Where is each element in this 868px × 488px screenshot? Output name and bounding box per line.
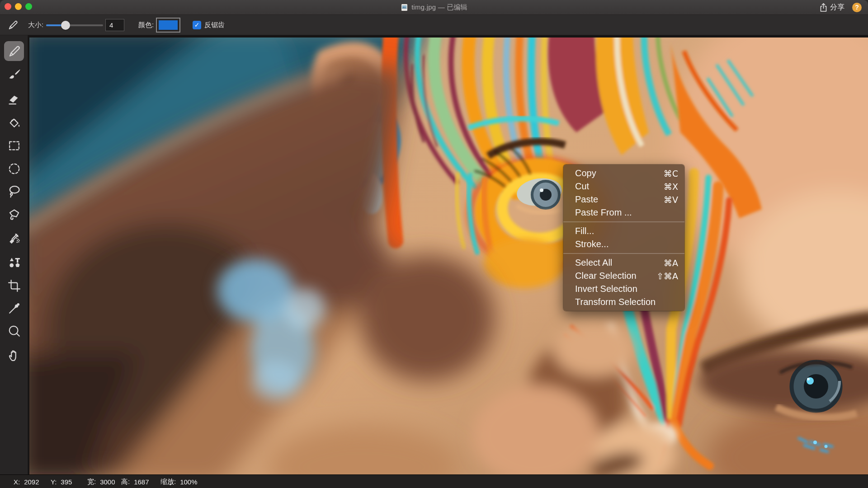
size-slider[interactable] — [46, 24, 103, 26]
antialias-checkbox[interactable]: ✓ — [193, 21, 201, 29]
fill-bucket-icon — [7, 116, 22, 131]
tool-zoom[interactable] — [4, 321, 24, 341]
title-bar: timg.jpg — 已编辑 分享 ? — [0, 0, 868, 15]
menu-item-cut[interactable]: Cut ⌘X — [563, 180, 684, 193]
rect-select-icon — [7, 138, 22, 153]
image-width-readout: 宽: 3000 — [87, 475, 115, 488]
menu-item-invert-selection[interactable]: Invert Selection — [563, 282, 684, 296]
antialias-label: 反锯齿 — [204, 21, 225, 29]
crop-icon — [7, 278, 22, 293]
menu-item-clear-selection[interactable]: Clear Selection ⇧⌘A — [563, 269, 684, 282]
options-toolbar: 大小: 4 颜色: ✓ 反锯齿 — [0, 15, 868, 35]
cursor-y-readout: Y: 395 — [51, 475, 72, 488]
menu-item-copy[interactable]: Copy ⌘C — [563, 167, 684, 180]
magnifier-icon — [7, 324, 22, 338]
polygon-lasso-icon — [7, 207, 22, 222]
lasso-icon — [7, 183, 22, 198]
active-tool-pencil-icon — [7, 19, 19, 31]
shapes-icon — [7, 255, 22, 270]
eyedropper-icon — [7, 301, 22, 316]
tool-pan-hand[interactable] — [4, 345, 24, 365]
tool-lasso[interactable] — [4, 181, 24, 201]
tool-rect-select[interactable] — [4, 136, 24, 155]
tool-sidebar — [0, 35, 28, 474]
color-label: 颜色: — [138, 21, 154, 29]
image-height-readout: 高: 1687 — [121, 475, 149, 488]
menu-item-stroke[interactable]: Stroke... — [563, 238, 684, 251]
share-label: 分享 — [830, 3, 844, 12]
title-text: timg.jpg — 已编辑 — [411, 3, 467, 12]
pencil-icon — [7, 44, 22, 59]
color-well-swatch — [159, 20, 178, 30]
menu-separator — [563, 253, 684, 254]
tool-shapes[interactable] — [4, 252, 24, 272]
menu-separator — [563, 221, 684, 222]
share-icon — [819, 3, 828, 12]
tool-crop[interactable] — [4, 276, 24, 296]
context-menu: Copy ⌘C Cut ⌘X Paste ⌘V Paste From ... F… — [563, 164, 684, 311]
tool-brush[interactable] — [4, 65, 24, 84]
tool-pencil[interactable] — [4, 41, 24, 61]
tool-polygon-lasso[interactable] — [4, 205, 24, 225]
canvas[interactable] — [28, 35, 868, 474]
painted-face-photo — [29, 38, 868, 474]
airbrush-icon — [7, 231, 22, 246]
share-button[interactable]: 分享 — [819, 0, 844, 15]
menu-item-paste[interactable]: Paste ⌘V — [563, 193, 684, 206]
window-title: timg.jpg — 已编辑 — [0, 0, 868, 15]
size-value-field[interactable]: 4 — [105, 19, 124, 31]
status-bar: X: 2092 Y: 395 宽: 3000 高: 1687 缩放: 100% — [0, 474, 868, 488]
brush-icon — [7, 67, 22, 82]
tool-eyedropper[interactable] — [4, 298, 24, 318]
size-slider-thumb[interactable] — [61, 21, 70, 30]
tool-ellipse-select[interactable] — [4, 159, 24, 178]
size-label: 大小: — [28, 21, 43, 29]
zoom-readout: 缩放: 100% — [160, 475, 198, 488]
color-well[interactable] — [156, 18, 180, 33]
eraser-icon — [7, 91, 22, 106]
menu-item-select-all[interactable]: Select All ⌘A — [563, 256, 684, 269]
tool-fill-bucket[interactable] — [4, 113, 24, 133]
tool-airbrush[interactable] — [4, 228, 24, 248]
menu-item-paste-from[interactable]: Paste From ... — [563, 206, 684, 219]
hand-icon — [7, 347, 22, 362]
ellipse-select-icon — [7, 161, 22, 176]
menu-item-fill[interactable]: Fill... — [563, 225, 684, 238]
menu-item-transform-selection[interactable]: Transform Selection — [563, 296, 684, 309]
app-window: timg.jpg — 已编辑 分享 ? 大小: 4 颜色: ✓ 反 — [0, 0, 868, 488]
cursor-x-readout: X: 2092 — [14, 475, 39, 488]
document-icon — [401, 4, 408, 11]
tool-eraser[interactable] — [4, 89, 24, 108]
help-button[interactable]: ? — [852, 3, 862, 12]
